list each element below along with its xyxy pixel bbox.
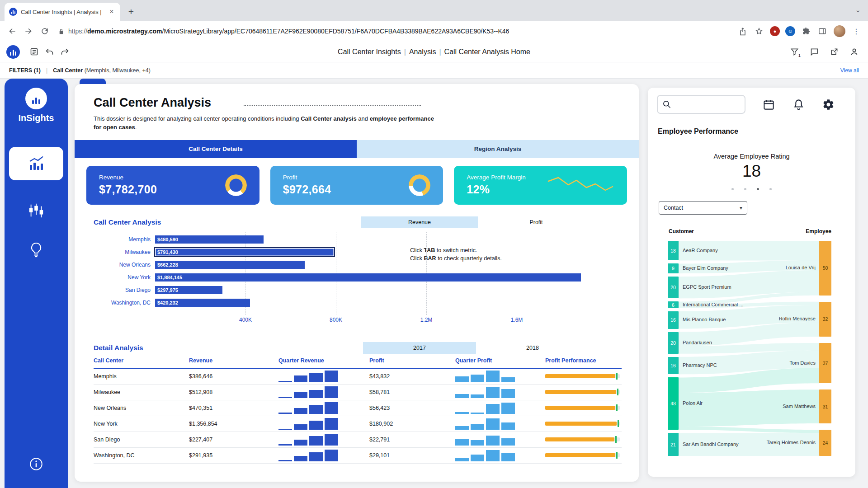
table-column-header[interactable]: Profit (369, 357, 455, 364)
quarter-profit-minibar (455, 450, 545, 461)
table-row[interactable]: Milwaukee$512,908$58,781 (94, 385, 622, 400)
sankey-employee-node[interactable]: 32 (819, 302, 831, 337)
extension-blue-icon[interactable]: ☺ (785, 26, 795, 36)
tab-region-analysis[interactable]: Region Analysis (357, 140, 639, 158)
sankey-customer-node[interactable]: 16 (668, 311, 679, 329)
sankey-employee-label: Sam Matthews (725, 404, 816, 409)
profit-performance-bar (545, 374, 620, 378)
sidebar-item-insights[interactable] (5, 241, 68, 259)
sankey-customer-node[interactable]: 48 (668, 377, 679, 430)
pager-dot[interactable] (757, 188, 759, 190)
comments-icon[interactable] (807, 44, 822, 60)
new-tab-button[interactable]: + (124, 5, 138, 19)
sankey-customer-node[interactable]: 9 (668, 263, 679, 273)
filter-bar: FILTERS (1) | Call Center (Memphis, Milw… (0, 62, 868, 79)
account-icon[interactable] (846, 44, 862, 60)
metric-tab-revenue[interactable]: Revenue (361, 216, 478, 228)
pager-dot[interactable] (769, 188, 772, 190)
pager-dot[interactable] (731, 188, 734, 190)
extension-red-icon[interactable]: ● (770, 26, 780, 36)
undo-icon[interactable] (42, 44, 57, 60)
lock-icon (58, 28, 65, 35)
quarter-profit-minibar (455, 371, 545, 382)
notifications-bell-icon[interactable] (793, 99, 805, 111)
browser-tab[interactable]: Call Center Insights | Analysis | × (5, 3, 120, 21)
sidebar-item-boxplot[interactable] (5, 202, 68, 219)
bookmark-star-icon[interactable] (751, 23, 767, 39)
kpi-profit-margin[interactable]: Average Profit Margin12% (454, 166, 627, 205)
filter-chip[interactable]: Call Center (Memphis, Milwaukee, +4) (53, 67, 151, 74)
search-input[interactable] (675, 101, 734, 108)
sidebar-item-analysis[interactable] (9, 147, 63, 180)
share-page-icon[interactable] (735, 23, 750, 39)
revenue-bar-milwaukee[interactable]: $791,430 (155, 248, 334, 256)
year-tab-2017[interactable]: 2017 (363, 342, 476, 354)
table-cell: Milwaukee (94, 389, 189, 395)
sankey-customer-node[interactable]: 20 (668, 277, 679, 298)
kpi-revenue[interactable]: Revenue$7,782,700 (86, 166, 259, 205)
sankey-customer-label: EGPC Sport Premium (683, 284, 731, 290)
sankey-employee-node[interactable]: 37 (819, 343, 831, 383)
quarter-revenue-minibar (278, 418, 369, 430)
address-bar[interactable]: https://demo.microstrategy.com/MicroStra… (53, 28, 734, 35)
filters-label[interactable]: FILTERS (1) (9, 67, 41, 74)
forward-icon[interactable] (21, 23, 36, 39)
sankey-customer-node[interactable]: 20 (668, 332, 679, 354)
filter-funnel-icon[interactable]: 1 (787, 44, 802, 60)
revenue-bar-san-diego[interactable]: $297,975 (155, 286, 222, 294)
revenue-bar-memphis[interactable]: $480,590 (155, 235, 264, 244)
calendar-icon[interactable] (763, 99, 775, 111)
table-cell: San Diego (94, 436, 189, 443)
revenue-bar-new-york[interactable]: $1,884,145 (155, 273, 581, 282)
redo-icon[interactable] (57, 44, 72, 60)
sankey-customer-node[interactable]: 18 (668, 241, 679, 260)
revenue-bar-washington-dc[interactable]: $420,232 (155, 299, 250, 307)
sankey-employee-node[interactable]: 24 (819, 430, 831, 456)
microstrategy-logo-icon[interactable] (6, 45, 20, 59)
view-all-link[interactable]: View all (840, 67, 859, 74)
sankey-customer-node[interactable]: 6 (668, 301, 679, 308)
sankey-customer-node[interactable]: 16 (668, 357, 679, 375)
table-of-contents-icon[interactable] (26, 44, 42, 60)
sankey-left-header: Customer (669, 228, 694, 235)
sankey-employee-node[interactable]: 31 (819, 389, 831, 423)
side-panel-icon[interactable] (815, 23, 830, 39)
tab-close-icon[interactable]: × (108, 8, 116, 16)
table-row[interactable]: New Orleans$470,351$56,423 (94, 400, 622, 416)
table-row[interactable]: San Diego$227,407$22,791 (94, 432, 622, 448)
tab-list-chevron-icon[interactable]: ⌄ (855, 6, 861, 14)
table-row[interactable]: New York$1,356,854$180,902 (94, 416, 622, 432)
extensions-puzzle-icon[interactable] (798, 23, 814, 39)
kpi-profit[interactable]: Profit$972,664 (270, 166, 443, 205)
table-cell: $58,781 (369, 389, 455, 395)
table-column-header[interactable]: Quarter Profit (455, 357, 545, 364)
pager-dot[interactable] (744, 188, 746, 190)
table-cell: $43,832 (369, 373, 455, 380)
browser-menu-icon[interactable]: ⋮ (849, 27, 863, 36)
bar-chart-icon (27, 155, 45, 173)
table-column-header[interactable]: Call Center (94, 357, 189, 364)
table-column-header[interactable]: Revenue (189, 357, 278, 364)
metric-tab-profit[interactable]: Profit (478, 216, 594, 228)
year-tab-2018[interactable]: 2018 (476, 342, 589, 354)
sankey-employee-label: Rollin Menayese (725, 316, 816, 321)
sidebar-info-button[interactable] (5, 456, 68, 472)
settings-gear-icon[interactable] (822, 99, 835, 111)
table-row[interactable]: Memphis$386,646$43,832 (94, 369, 622, 385)
reload-icon[interactable] (37, 23, 52, 39)
table-row[interactable]: Washington, DC$291,935$29,101 (94, 448, 622, 464)
back-icon[interactable] (5, 23, 20, 39)
sankey-customer-node[interactable]: 21 (668, 433, 679, 456)
revenue-bar-new-orleans[interactable]: $662,228 (155, 261, 305, 269)
tab-call-center-details[interactable]: Call Center Details (75, 140, 357, 158)
share-dossier-icon[interactable] (826, 44, 842, 60)
pager-dots[interactable] (648, 188, 855, 190)
table-column-header[interactable]: Profit Performance (545, 357, 622, 364)
search-box[interactable] (657, 95, 745, 114)
table-column-header[interactable]: Quarter Revenue (278, 357, 369, 364)
sankey-employee-node[interactable]: 50 (819, 241, 831, 296)
quarter-profit-minibar (455, 402, 545, 414)
contact-dropdown[interactable]: Contact ▾ (659, 201, 747, 215)
profile-avatar[interactable] (834, 25, 845, 37)
rating-title: Average Employee Rating (648, 153, 855, 160)
